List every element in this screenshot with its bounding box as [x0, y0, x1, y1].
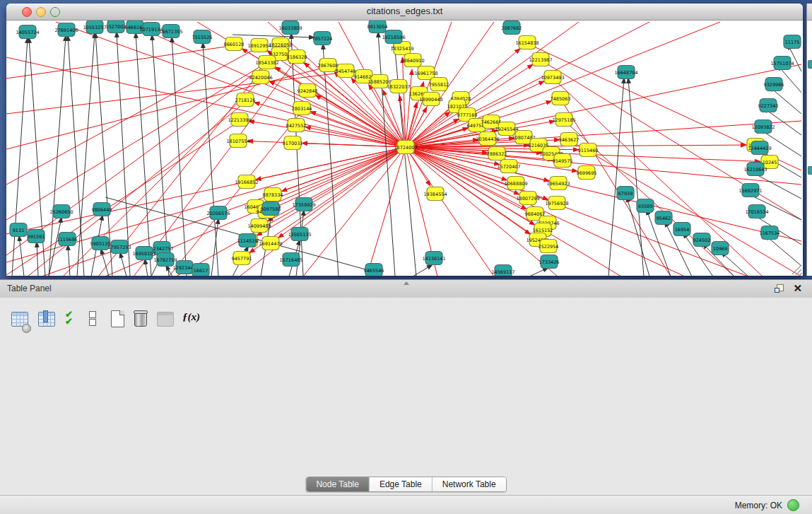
- graph-node-label: 12975185: [552, 117, 575, 123]
- tab-edge-table[interactable]: Edge Table: [370, 477, 433, 491]
- graph-node-label: 9806448: [92, 207, 112, 213]
- graph-node-label: 18325419: [390, 46, 413, 52]
- graph-node-label: 16954: [675, 227, 690, 233]
- graph-edge: [722, 252, 748, 276]
- graph-node-label: 25260650: [49, 209, 73, 215]
- graph-node-label: 93589: [638, 204, 653, 209]
- splitter-handle-icon[interactable]: [404, 281, 409, 285]
- graph-node-label: 18807299: [516, 196, 539, 201]
- graph-node-label: 19384554: [423, 192, 447, 197]
- graph-node-label: 18990448: [419, 97, 442, 103]
- graph-node-label: 9777169: [457, 112, 478, 118]
- graph-node-label: 924502: [693, 238, 711, 243]
- graph-node-label: 7955812: [429, 82, 449, 88]
- graph-node-label: 8878334: [263, 192, 283, 198]
- resize-grip[interactable]: [792, 266, 802, 276]
- graph-node-label: 95462: [657, 216, 671, 221]
- graph-node-label: 14136141: [422, 256, 445, 262]
- graph-node-label: 18912954: [247, 43, 271, 49]
- graph-node-label: 16961758: [414, 71, 437, 76]
- graph-node-label: 7857224: [312, 36, 333, 42]
- graph-node-label: 17359929: [292, 202, 315, 208]
- graph-node-label: 10245: [763, 160, 777, 165]
- table-mode-icon[interactable]: [10, 310, 30, 331]
- graph-node-label: 16033809: [278, 25, 302, 31]
- graph-node-label: 18322037: [387, 84, 410, 90]
- graph-node-label: 14055724: [16, 30, 39, 35]
- graph-node-label: 8454749: [336, 69, 356, 74]
- graph-node-label: 18640910: [401, 58, 424, 64]
- graph-node-label: 2087682: [502, 25, 522, 31]
- graph-node-label: 17957253: [107, 245, 131, 250]
- deselect-all-icon[interactable]: [83, 310, 103, 331]
- graph-node-label: 9463627: [559, 137, 579, 143]
- status-bar: Memory: OK: [0, 495, 812, 514]
- background-window-titlebar: [807, 4, 812, 21]
- graph-node-label: 9242848: [298, 88, 318, 94]
- graph-node-label: 16671355: [159, 29, 182, 35]
- graph-node-label: 19166852: [235, 180, 258, 185]
- application-root: citations_edges.txt 18724007866012818912…: [0, 0, 812, 514]
- graph-edge: [172, 37, 187, 276]
- graph-node-label: 1167534: [760, 230, 780, 236]
- memory-status-label: Memory: OK: [735, 501, 782, 510]
- graph-node-label: 7886322: [487, 151, 507, 157]
- show-columns-icon[interactable]: [37, 310, 57, 331]
- close-panel-icon[interactable]: ✕: [793, 282, 802, 295]
- graph-node-label: 18107554: [226, 139, 249, 144]
- graph-node-label: 9131: [13, 228, 25, 233]
- graph-node-label: 8813054: [367, 24, 388, 30]
- graph-edge: [37, 243, 38, 276]
- graph-node-label: 20206576: [206, 211, 230, 216]
- graph-node-label: 18724007: [394, 145, 417, 151]
- graph-edge: [6, 147, 406, 234]
- graph-node-label: 27691406: [54, 28, 78, 33]
- background-node-fragment: [808, 166, 812, 175]
- graph-node-label: 10688809: [504, 181, 527, 187]
- graph-node-label: 391591: [28, 234, 45, 240]
- graph-node-label: 2522954: [539, 244, 559, 250]
- graph-node-label: 19756928: [545, 201, 568, 206]
- graph-edge: [166, 266, 172, 276]
- window-titlebar[interactable]: citations_edges.txt: [6, 4, 803, 21]
- memory-ok-indicator[interactable]: [787, 499, 799, 511]
- graph-node-label: 9549575: [553, 158, 573, 164]
- graph-edge: [136, 33, 151, 276]
- select-all-icon[interactable]: ✔✔: [64, 310, 83, 331]
- graph-edge: [145, 259, 148, 276]
- table-tabs-row: Node TableEdge TableNetwork Table: [0, 477, 812, 492]
- graph-node-label: 7515526: [192, 35, 213, 40]
- graph-node-label: 16154838: [515, 40, 539, 46]
- network-canvas[interactable]: 1872400786601281891295418226058932750881…: [6, 21, 803, 276]
- tab-network-table[interactable]: Network Table: [433, 477, 506, 491]
- graph-edge: [406, 147, 748, 276]
- delete-column-icon[interactable]: [131, 310, 151, 331]
- float-panel-icon[interactable]: [775, 284, 784, 293]
- graph-edge: [152, 35, 169, 276]
- tab-node-table[interactable]: Node Table: [306, 477, 370, 491]
- graph-node-label: 16958107: [132, 251, 155, 257]
- graph-node-label: 2867608: [318, 63, 339, 69]
- network-view-window[interactable]: citations_edges.txt 18724007866012818912…: [6, 4, 803, 276]
- graph-node-label: 8427552: [286, 123, 307, 129]
- graph-node-label: 14099489: [247, 223, 271, 229]
- graph-node-label: 8660128: [224, 42, 245, 47]
- graph-node-label: 1615152: [533, 228, 553, 233]
- graph-node-label: 15751074: [770, 61, 794, 66]
- graph-node-label: 12444419: [748, 146, 771, 151]
- graph-node-label: 2718126: [235, 98, 256, 103]
- table-panel-body: ✔✔ ƒ(x) citations_edges.txt name in_degr…: [0, 298, 812, 495]
- background-window-sliver: [806, 4, 812, 276]
- graph-edge: [268, 147, 406, 221]
- graph-edge: [117, 33, 130, 276]
- desktop-background: citations_edges.txt 18724007866012818912…: [0, 0, 812, 279]
- window-title: citations_edges.txt: [6, 6, 803, 16]
- graph-node-label: 18543382: [255, 60, 278, 66]
- graph-edge: [233, 35, 314, 37]
- new-column-icon[interactable]: [109, 310, 129, 331]
- graph-node-label: 12213399: [228, 117, 251, 123]
- table-panel-titlebar[interactable]: Table Panel ✕: [0, 279, 812, 298]
- table-type-segmented-control: Node TableEdge TableNetwork Table: [305, 477, 506, 492]
- function-builder-icon[interactable]: ƒ(x): [182, 310, 202, 331]
- graph-node-label: 9329966: [764, 82, 784, 88]
